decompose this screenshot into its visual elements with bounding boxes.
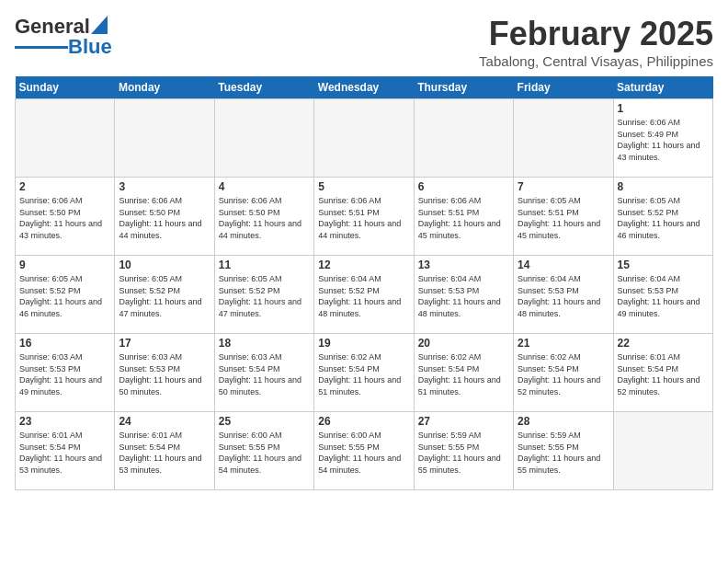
logo: General Blue (15, 15, 112, 59)
day-info: Sunrise: 5:59 AM Sunset: 5:55 PM Dayligh… (418, 430, 509, 476)
table-row (16, 99, 115, 178)
day-info: Sunrise: 6:06 AM Sunset: 5:51 PM Dayligh… (418, 195, 509, 241)
day-number: 10 (119, 259, 210, 271)
table-row: 22Sunrise: 6:01 AM Sunset: 5:54 PM Dayli… (613, 334, 712, 412)
table-row: 12Sunrise: 6:04 AM Sunset: 5:52 PM Dayli… (314, 256, 414, 334)
table-row: 10Sunrise: 6:05 AM Sunset: 5:52 PM Dayli… (115, 256, 214, 334)
table-row: 8Sunrise: 6:05 AM Sunset: 5:52 PM Daylig… (613, 178, 712, 256)
day-info: Sunrise: 6:03 AM Sunset: 5:53 PM Dayligh… (19, 351, 110, 397)
day-number: 28 (518, 415, 609, 428)
day-number: 27 (418, 415, 509, 428)
calendar-week-row: 1Sunrise: 6:06 AM Sunset: 5:49 PM Daylig… (16, 99, 713, 178)
table-row: 28Sunrise: 5:59 AM Sunset: 5:55 PM Dayli… (514, 412, 613, 490)
day-number: 18 (219, 337, 310, 350)
day-info: Sunrise: 6:06 AM Sunset: 5:50 PM Dayligh… (19, 195, 110, 241)
col-wednesday: Wednesday (314, 76, 414, 99)
day-info: Sunrise: 6:06 AM Sunset: 5:50 PM Dayligh… (219, 195, 310, 241)
day-number: 23 (19, 415, 110, 428)
day-info: Sunrise: 6:01 AM Sunset: 5:54 PM Dayligh… (119, 430, 210, 476)
day-number: 13 (418, 259, 509, 271)
table-row: 23Sunrise: 6:01 AM Sunset: 5:54 PM Dayli… (16, 412, 115, 490)
day-number: 17 (119, 337, 210, 350)
day-info: Sunrise: 6:04 AM Sunset: 5:53 PM Dayligh… (618, 273, 709, 319)
day-number: 14 (518, 259, 609, 271)
table-row: 15Sunrise: 6:04 AM Sunset: 5:53 PM Dayli… (613, 256, 712, 334)
table-row: 6Sunrise: 6:06 AM Sunset: 5:51 PM Daylig… (414, 178, 513, 256)
table-row: 25Sunrise: 6:00 AM Sunset: 5:55 PM Dayli… (214, 412, 313, 490)
col-tuesday: Tuesday (214, 76, 313, 99)
calendar-table: Sunday Monday Tuesday Wednesday Thursday… (15, 76, 713, 490)
calendar-week-row: 16Sunrise: 6:03 AM Sunset: 5:53 PM Dayli… (16, 334, 713, 412)
day-info: Sunrise: 6:00 AM Sunset: 5:55 PM Dayligh… (318, 430, 409, 476)
day-number: 6 (418, 180, 509, 193)
table-row: 1Sunrise: 6:06 AM Sunset: 5:49 PM Daylig… (613, 99, 712, 178)
day-info: Sunrise: 6:04 AM Sunset: 5:52 PM Dayligh… (318, 273, 409, 319)
table-row: 26Sunrise: 6:00 AM Sunset: 5:55 PM Dayli… (314, 412, 414, 490)
day-info: Sunrise: 6:05 AM Sunset: 5:52 PM Dayligh… (219, 273, 310, 319)
calendar-week-row: 23Sunrise: 6:01 AM Sunset: 5:54 PM Dayli… (16, 412, 713, 490)
table-row: 27Sunrise: 5:59 AM Sunset: 5:55 PM Dayli… (414, 412, 513, 490)
calendar-week-row: 9Sunrise: 6:05 AM Sunset: 5:52 PM Daylig… (16, 256, 713, 334)
table-row: 20Sunrise: 6:02 AM Sunset: 5:54 PM Dayli… (414, 334, 513, 412)
page-header: General Blue February 2025 Tabalong, Cen… (15, 15, 713, 69)
table-row: 17Sunrise: 6:03 AM Sunset: 5:53 PM Dayli… (115, 334, 214, 412)
col-thursday: Thursday (414, 76, 513, 99)
day-number: 5 (318, 180, 409, 193)
table-row (414, 99, 513, 178)
day-info: Sunrise: 6:02 AM Sunset: 5:54 PM Dayligh… (318, 351, 409, 397)
table-row: 13Sunrise: 6:04 AM Sunset: 5:53 PM Dayli… (414, 256, 513, 334)
table-row: 16Sunrise: 6:03 AM Sunset: 5:53 PM Dayli… (16, 334, 115, 412)
col-sunday: Sunday (16, 76, 115, 99)
day-info: Sunrise: 6:06 AM Sunset: 5:51 PM Dayligh… (318, 195, 409, 241)
calendar-week-row: 2Sunrise: 6:06 AM Sunset: 5:50 PM Daylig… (16, 178, 713, 256)
day-number: 22 (618, 337, 709, 350)
location-subtitle: Tabalong, Central Visayas, Philippines (479, 53, 713, 69)
day-info: Sunrise: 6:06 AM Sunset: 5:50 PM Dayligh… (119, 195, 210, 241)
day-info: Sunrise: 6:04 AM Sunset: 5:53 PM Dayligh… (518, 273, 609, 319)
table-row (613, 412, 712, 490)
day-info: Sunrise: 6:02 AM Sunset: 5:54 PM Dayligh… (518, 351, 609, 397)
day-number: 3 (119, 180, 210, 193)
day-number: 8 (618, 180, 709, 193)
table-row: 7Sunrise: 6:05 AM Sunset: 5:51 PM Daylig… (514, 178, 613, 256)
day-info: Sunrise: 6:05 AM Sunset: 5:52 PM Dayligh… (119, 273, 210, 319)
day-info: Sunrise: 6:01 AM Sunset: 5:54 PM Dayligh… (618, 351, 709, 397)
table-row (214, 99, 313, 178)
day-info: Sunrise: 5:59 AM Sunset: 5:55 PM Dayligh… (518, 430, 609, 476)
table-row: 18Sunrise: 6:03 AM Sunset: 5:54 PM Dayli… (214, 334, 313, 412)
day-number: 12 (318, 259, 409, 271)
day-number: 9 (19, 259, 110, 271)
table-row: 3Sunrise: 6:06 AM Sunset: 5:50 PM Daylig… (115, 178, 214, 256)
table-row (115, 99, 214, 178)
day-number: 2 (19, 180, 110, 193)
day-number: 7 (518, 180, 609, 193)
day-number: 26 (318, 415, 409, 428)
day-info: Sunrise: 6:03 AM Sunset: 5:54 PM Dayligh… (219, 351, 310, 397)
day-number: 1 (618, 102, 709, 115)
table-row: 21Sunrise: 6:02 AM Sunset: 5:54 PM Dayli… (514, 334, 613, 412)
day-number: 11 (219, 259, 310, 271)
day-number: 21 (518, 337, 609, 350)
table-row: 2Sunrise: 6:06 AM Sunset: 5:50 PM Daylig… (16, 178, 115, 256)
table-row: 5Sunrise: 6:06 AM Sunset: 5:51 PM Daylig… (314, 178, 414, 256)
day-number: 15 (618, 259, 709, 271)
col-monday: Monday (115, 76, 214, 99)
day-info: Sunrise: 6:02 AM Sunset: 5:54 PM Dayligh… (418, 351, 509, 397)
svg-marker-0 (91, 16, 108, 34)
day-info: Sunrise: 6:03 AM Sunset: 5:53 PM Dayligh… (119, 351, 210, 397)
table-row: 4Sunrise: 6:06 AM Sunset: 5:50 PM Daylig… (214, 178, 313, 256)
day-number: 19 (318, 337, 409, 350)
table-row (514, 99, 613, 178)
day-number: 24 (119, 415, 210, 428)
logo-underline (15, 46, 68, 49)
day-number: 25 (219, 415, 310, 428)
logo-triangle-icon (91, 16, 108, 34)
day-info: Sunrise: 6:04 AM Sunset: 5:53 PM Dayligh… (418, 273, 509, 319)
day-info: Sunrise: 6:06 AM Sunset: 5:49 PM Dayligh… (618, 117, 709, 163)
day-number: 20 (418, 337, 509, 350)
table-row: 14Sunrise: 6:04 AM Sunset: 5:53 PM Dayli… (514, 256, 613, 334)
day-info: Sunrise: 6:05 AM Sunset: 5:51 PM Dayligh… (518, 195, 609, 241)
logo-blue: Blue (68, 35, 112, 59)
day-info: Sunrise: 6:01 AM Sunset: 5:54 PM Dayligh… (19, 430, 110, 476)
month-year-title: February 2025 (479, 15, 713, 53)
